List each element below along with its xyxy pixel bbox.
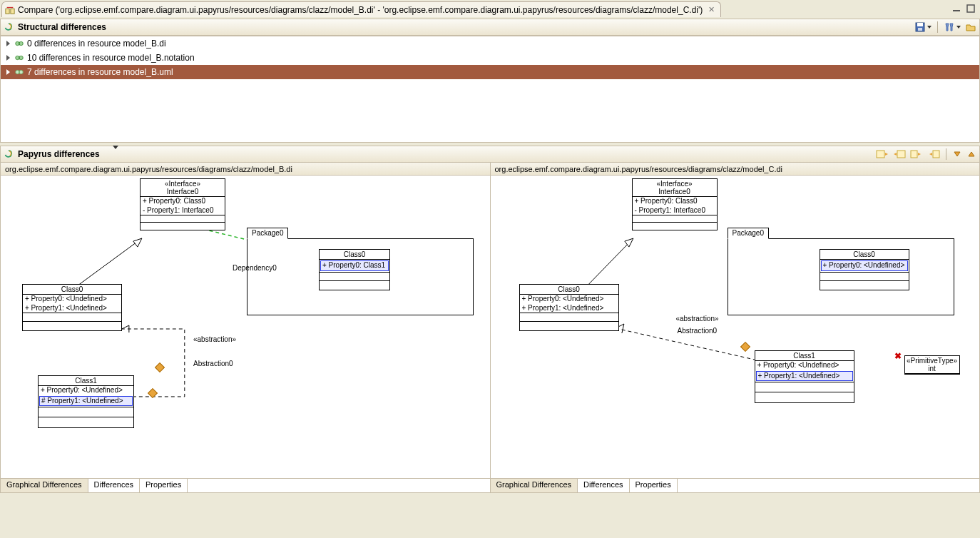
structural-tree[interactable]: 0 differences in resource model_B.di 10 … [0, 36, 980, 143]
left-diagram-canvas[interactable]: «Interface»Interface0 + Property0: Class… [1, 176, 490, 478]
tab-graphical-differences[interactable]: Graphical Differences [491, 479, 578, 492]
maximize-icon[interactable] [966, 4, 976, 14]
uml-interface-interface0[interactable]: «Interface»Interface0 + Property0: Class… [632, 178, 718, 230]
svg-marker-24 [624, 238, 633, 247]
left-pane: org.eclipse.emf.compare.diagram.ui.papyr… [1, 163, 491, 492]
abstraction-name-label: Abstraction0 [193, 360, 233, 367]
svg-marker-18 [133, 238, 142, 247]
svg-line-17 [72, 238, 142, 290]
right-pane: org.eclipse.emf.compare.diagram.ui.papyr… [491, 163, 980, 492]
diagram-dual-pane: org.eclipse.emf.compare.diagram.ui.papyr… [0, 163, 980, 493]
editor-tab-bar: Compare ('org.eclipse.emf.compare.diagra… [0, 0, 980, 17]
left-bottom-tabs: Graphical Differences Differences Proper… [1, 478, 490, 492]
uml-class-class1[interactable]: Class1 + Property0: <Undefined># Propert… [38, 375, 134, 428]
left-pane-path: org.eclipse.emf.compare.diagram.ui.papyr… [1, 163, 490, 176]
copy-all-right-button[interactable] [876, 148, 889, 160]
copy-right-button[interactable] [910, 148, 923, 160]
resource-icon [14, 39, 24, 49]
papyrus-header: Papyrus differences [0, 146, 980, 163]
svg-rect-6 [918, 28, 922, 31]
svg-rect-1 [11, 9, 14, 14]
expand-icon[interactable] [5, 40, 11, 48]
change-marker-icon [148, 388, 158, 398]
right-diagram-canvas[interactable]: «Interface»Interface0 + Property0: Class… [491, 176, 980, 478]
save-dropdown-button[interactable] [914, 21, 931, 33]
uml-class-package0-class0[interactable]: Class0 + Property0: <Undefined> [820, 249, 909, 290]
tab-graphical-differences[interactable]: Graphical Differences [1, 479, 88, 492]
next-diff-button[interactable] [952, 149, 962, 159]
dependency-label: Dependency0 [233, 264, 277, 272]
uml-class-class0[interactable]: Class0 + Property0: <Undefined>+ Propert… [519, 284, 619, 331]
expand-icon[interactable] [5, 68, 11, 76]
compare-editor-tab[interactable]: Compare ('org.eclipse.emf.compare.diagra… [1, 1, 721, 17]
open-folder-button[interactable] [965, 21, 976, 33]
tab-properties[interactable]: Properties [630, 479, 678, 492]
svg-point-10 [19, 56, 23, 59]
uml-primitive-type-int[interactable]: «PrimitiveType»int [904, 355, 960, 375]
svg-rect-0 [6, 9, 9, 14]
tree-row[interactable]: 0 differences in resource model_B.di [1, 36, 979, 51]
papyrus-title: Papyrus differences [18, 149, 100, 159]
resource-icon [14, 67, 24, 77]
prev-diff-button[interactable] [966, 149, 976, 159]
abstraction-name-label: Abstraction0 [678, 327, 718, 335]
uml-interface-interface0[interactable]: «Interface»Interface0 + Property0: Class… [140, 178, 225, 230]
svg-point-8 [19, 41, 23, 45]
svg-rect-13 [877, 151, 884, 158]
change-marker-icon [155, 362, 165, 372]
tab-differences[interactable]: Differences [578, 479, 629, 492]
svg-rect-2 [953, 10, 960, 11]
filter-dropdown-button[interactable] [944, 21, 961, 33]
minimize-icon[interactable] [951, 4, 961, 14]
svg-rect-3 [967, 5, 974, 12]
uml-package-package0[interactable]: Package0 Class0 + Property0: <Undefined> [728, 238, 954, 315]
tree-row-label: 10 differences in resource model_B.notat… [27, 53, 195, 63]
svg-point-7 [16, 41, 19, 45]
uml-class-class1[interactable]: Class1 + Property0: <Undefined>+ Propert… [755, 350, 854, 403]
abstraction-stereo-label: «abstraction» [676, 315, 719, 323]
svg-rect-16 [933, 151, 939, 158]
chevron-down-icon[interactable] [110, 149, 118, 159]
right-pane-path: org.eclipse.emf.compare.diagram.ui.papyr… [491, 163, 980, 176]
papyrus-swirl-icon [4, 149, 14, 159]
compare-icon [5, 5, 15, 15]
tab-differences[interactable]: Differences [88, 479, 140, 492]
tree-row-label: 7 differences in resource model_B.uml [27, 67, 173, 77]
abstraction-stereo-label: «abstraction» [193, 335, 236, 343]
copy-left-button[interactable] [927, 148, 940, 160]
resource-icon [14, 53, 24, 63]
structural-title: Structural differences [18, 22, 106, 32]
uml-class-package0-class0[interactable]: Class0 + Property0: Class1 [319, 249, 390, 290]
svg-rect-5 [917, 23, 923, 26]
change-marker-icon [740, 342, 750, 352]
expand-icon[interactable] [5, 54, 11, 62]
compare-tab-label: Compare ('org.eclipse.emf.compare.diagra… [18, 5, 703, 15]
tree-row[interactable]: 7 differences in resource model_B.uml [1, 65, 979, 79]
uml-class-class0[interactable]: Class0 + Property0: <Undefined>+ Propert… [22, 284, 122, 331]
delete-marker-icon: ✖ [894, 351, 902, 361]
right-bottom-tabs: Graphical Differences Differences Proper… [491, 478, 980, 492]
svg-point-11 [16, 70, 19, 73]
structural-header: Structural differences [0, 19, 980, 36]
copy-all-left-button[interactable] [893, 148, 906, 160]
svg-rect-15 [911, 151, 917, 158]
uml-package-package0[interactable]: Package0 Class0 + Property0: Class1 [247, 238, 474, 315]
svg-point-9 [16, 56, 19, 59]
window-buttons [949, 4, 976, 16]
svg-point-12 [19, 70, 23, 73]
svg-rect-14 [897, 151, 905, 158]
close-icon[interactable]: ✕ [708, 5, 715, 14]
papyrus-swirl-icon [4, 22, 14, 32]
tree-row-label: 0 differences in resource model_B.di [27, 39, 166, 49]
svg-line-23 [583, 238, 633, 290]
tree-row[interactable]: 10 differences in resource model_B.notat… [1, 51, 979, 65]
tab-properties[interactable]: Properties [140, 479, 188, 492]
